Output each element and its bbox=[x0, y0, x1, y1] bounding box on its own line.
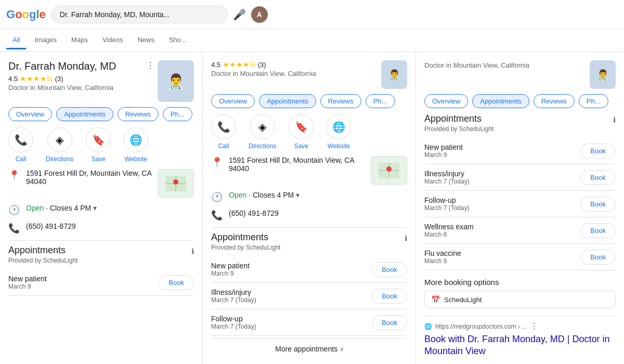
middle-pill-ph[interactable]: Ph... bbox=[366, 94, 395, 108]
right-book-btn-3[interactable]: Book bbox=[580, 223, 616, 238]
middle-directions-action[interactable]: ◈ Directions bbox=[249, 114, 276, 150]
middle-book-btn-1[interactable]: Book bbox=[372, 289, 407, 304]
right-pill-reviews[interactable]: Reviews bbox=[534, 94, 575, 108]
directions-action[interactable]: ◈ Directions bbox=[46, 127, 73, 163]
schedulight-label: ScheduLight bbox=[444, 296, 482, 304]
microphone-icon[interactable]: 🎤 bbox=[233, 8, 246, 21]
right-pills-row: Overview Appointments Reviews Ph... bbox=[424, 94, 616, 108]
middle-website-action[interactable]: 🌐 Website bbox=[326, 114, 351, 150]
rating-value: 4.5 bbox=[8, 75, 18, 83]
middle-appt-title: Appointments bbox=[211, 232, 268, 243]
tab-shopping[interactable]: Sho... bbox=[163, 32, 193, 49]
middle-save-icon: 🔖 bbox=[289, 114, 314, 139]
middle-pill-overview[interactable]: Overview bbox=[211, 94, 255, 108]
schedulight-icon: 📅 bbox=[431, 295, 440, 304]
middle-pills-row: Overview Appointments Reviews Ph... bbox=[211, 94, 407, 108]
right-appt-row-4: Flu vaccine March 9 Book bbox=[424, 244, 616, 270]
website-action[interactable]: 🌐 Website bbox=[123, 127, 148, 163]
middle-pill-appointments[interactable]: Appointments bbox=[259, 94, 316, 108]
actions-row: 📞 Call ◈ Directions 🔖 Save 🌐 Website bbox=[8, 127, 194, 163]
right-book-btn-4[interactable]: Book bbox=[580, 250, 616, 265]
middle-open-text: Open bbox=[229, 191, 246, 199]
right-pill-overview[interactable]: Overview bbox=[424, 94, 468, 108]
middle-pill-reviews[interactable]: Reviews bbox=[320, 94, 361, 108]
map-thumbnail[interactable] bbox=[158, 169, 194, 198]
divider-1 bbox=[8, 240, 194, 241]
web-url-row: 🌐 https://medgroupdoctors.com › ... ⋮ bbox=[424, 321, 616, 331]
right-appt-date-3: March 8 bbox=[424, 231, 474, 238]
right-specialty: Doctor in Mountain View, California bbox=[424, 61, 529, 69]
pills-row: Overview Appointments Reviews Ph... bbox=[8, 107, 194, 121]
pill-appointments[interactable]: Appointments bbox=[56, 107, 113, 121]
middle-save-label: Save bbox=[294, 142, 308, 150]
address-text: 1591 Forest Hill Dr, Mountain View, CA 9… bbox=[26, 169, 151, 186]
right-appt-type-3: Wellness exam bbox=[424, 223, 474, 231]
left-panel: Dr. Farrah Monday, MD 4.5 ★★★★½ (3) Doct… bbox=[0, 52, 203, 364]
middle-chevron-icon[interactable]: ▾ bbox=[296, 191, 300, 199]
save-icon: 🔖 bbox=[86, 127, 111, 152]
middle-call-action[interactable]: 📞 Call bbox=[211, 114, 236, 150]
web-url-text: https://medgroupdoctors.com › ... bbox=[435, 323, 527, 330]
middle-appt-type-1: Illness/injury bbox=[211, 288, 256, 296]
info-icon-left[interactable]: ℹ bbox=[191, 247, 194, 255]
schedulight-option[interactable]: 📅 ScheduLight bbox=[424, 291, 616, 308]
right-pill-ph[interactable]: Ph... bbox=[579, 94, 608, 108]
appt-row-left-0: New patient March 9 Book bbox=[8, 269, 194, 296]
middle-appt-row-0: New patient March 9 Book bbox=[211, 256, 407, 283]
right-book-btn-0[interactable]: Book bbox=[580, 144, 616, 159]
hours-row: 🕐 Open · Closes 4 PM ▾ bbox=[8, 204, 194, 216]
tab-all[interactable]: All bbox=[6, 32, 26, 49]
save-action[interactable]: 🔖 Save bbox=[86, 127, 111, 163]
middle-book-btn-0[interactable]: Book bbox=[372, 262, 407, 277]
middle-appt-row-2: Follow-up March 7 (Today) Book bbox=[211, 309, 407, 336]
right-appt-type-2: Follow-up bbox=[424, 196, 470, 204]
middle-doctor-photo: 👨‍⚕️ bbox=[381, 60, 407, 89]
right-pill-appointments[interactable]: Appointments bbox=[472, 94, 529, 108]
appt-date-left-0: March 9 bbox=[8, 283, 47, 290]
call-action[interactable]: 📞 Call bbox=[8, 127, 33, 163]
tab-videos[interactable]: Videos bbox=[96, 32, 129, 49]
web-result-menu[interactable]: ⋮ bbox=[530, 321, 538, 331]
middle-map-thumbnail[interactable] bbox=[371, 156, 407, 185]
phone-text: (650) 491-8729 bbox=[26, 222, 76, 230]
middle-save-action[interactable]: 🔖 Save bbox=[289, 114, 314, 150]
middle-divider bbox=[211, 227, 407, 228]
pill-reviews[interactable]: Reviews bbox=[118, 107, 159, 121]
middle-address-row: 📍 1591 Forest Hill Dr, Mountain View, CA… bbox=[211, 156, 407, 185]
pill-ph[interactable]: Ph... bbox=[163, 107, 192, 121]
middle-phone-icon: 📞 bbox=[211, 210, 223, 221]
more-appts-label: More appointments bbox=[275, 345, 337, 353]
chevron-down-icon[interactable]: ▾ bbox=[93, 204, 97, 212]
middle-info-icon[interactable]: ℹ bbox=[405, 234, 407, 242]
right-book-btn-1[interactable]: Book bbox=[580, 170, 616, 185]
right-doctor-photo: 👨‍⚕️ bbox=[590, 60, 616, 89]
right-book-btn-2[interactable]: Book bbox=[580, 197, 616, 212]
tab-news[interactable]: News bbox=[131, 32, 161, 49]
right-info-icon[interactable]: ℹ bbox=[613, 115, 616, 124]
appt-title-left: Appointments bbox=[8, 245, 66, 256]
doctor-specialty: Doctor in Mountain View, California bbox=[8, 84, 116, 92]
appt-info-left-0: New patient March 9 bbox=[8, 275, 47, 290]
google-logo: Google bbox=[6, 8, 46, 21]
middle-hours-row: 🕐 Open · Closes 4 PM ▾ bbox=[211, 191, 407, 203]
book-button-left-0[interactable]: Book bbox=[159, 275, 194, 290]
middle-directions-label: Directions bbox=[249, 142, 276, 150]
middle-appt-date-2: March 7 (Today) bbox=[211, 323, 256, 330]
appointments-section-left: Appointments ℹ Provided by ScheduLight N… bbox=[8, 245, 194, 296]
tab-maps[interactable]: Maps bbox=[65, 32, 94, 49]
chevron-right-icon: › bbox=[341, 345, 343, 353]
avatar[interactable]: A bbox=[251, 6, 268, 23]
tab-images[interactable]: Images bbox=[28, 32, 63, 49]
doctor-name: Dr. Farrah Monday, MD bbox=[8, 60, 116, 72]
middle-book-btn-2[interactable]: Book bbox=[372, 315, 407, 330]
right-appt-row-2: Follow-up March 7 (Today) Book bbox=[424, 191, 616, 217]
website-icon: 🌐 bbox=[123, 127, 148, 152]
more-appointments-button[interactable]: More appointments › bbox=[211, 338, 407, 359]
web-result-title[interactable]: Book with Dr. Farrah Monday, MD | Doctor… bbox=[424, 333, 616, 358]
web-result: 🌐 https://medgroupdoctors.com › ... ⋮ Bo… bbox=[424, 316, 616, 358]
search-input[interactable] bbox=[51, 6, 228, 23]
pill-overview[interactable]: Overview bbox=[8, 107, 52, 121]
right-appt-type-4: Flu vaccine bbox=[424, 249, 461, 257]
menu-dots-icon[interactable]: ⋮ bbox=[146, 60, 154, 70]
middle-clock-icon: 🕐 bbox=[211, 191, 223, 203]
